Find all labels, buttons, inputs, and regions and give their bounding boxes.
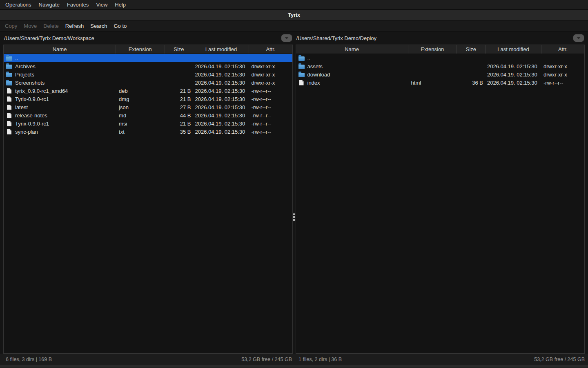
cell-modified: 2026.04.19. 02:15:30 — [193, 80, 249, 86]
file-name: Projects — [15, 72, 34, 78]
file-name: Tyrix-0.9.0-rc1 — [15, 96, 49, 102]
file-row[interactable]: latestjson27 B2026.04.19. 02:15:30-rw-r-… — [4, 103, 292, 111]
column-header-attr[interactable]: Attr. — [249, 45, 292, 54]
column-header-size[interactable]: Size — [165, 45, 193, 54]
cell-attr: -rw-r--r-- — [249, 104, 292, 110]
file-icon — [299, 80, 304, 85]
path-bar-left: /Users/Shared/Tyrix Demo/Workspace — [3, 31, 293, 45]
column-header-row: NameExtensionSizeLast modifiedAttr. — [296, 45, 585, 54]
cell-modified: 2026.04.19. 02:15:30 — [193, 96, 249, 102]
menu-bar: Operations Navigate Favorites View Help — [0, 0, 588, 10]
file-name: .. — [15, 55, 18, 61]
file-row[interactable]: .. — [296, 54, 585, 62]
file-icon — [7, 96, 11, 102]
file-row[interactable]: assets2026.04.19. 02:15:30drwxr-xr-x — [296, 62, 585, 70]
column-header-name[interactable]: Name — [4, 45, 116, 54]
cell-modified: 2026.04.19. 02:15:30 — [193, 112, 249, 119]
pane-splitter[interactable] — [293, 31, 296, 354]
cell-name: .. — [4, 55, 116, 61]
file-name: release-notes — [15, 112, 47, 119]
menu-item-view[interactable]: View — [92, 0, 111, 9]
file-list-panel: NameExtensionSizeLast modifiedAttr. ..as… — [296, 45, 585, 354]
path-history-dropdown-button[interactable] — [573, 34, 584, 42]
cell-ext: msi — [116, 121, 164, 127]
folder-icon — [298, 73, 305, 77]
toolbar-copy-button[interactable]: Copy — [2, 23, 20, 29]
title-bar: Tyrix — [0, 10, 588, 20]
cell-name: latest — [4, 104, 116, 110]
toolbar-refresh-button[interactable]: Refresh — [62, 23, 87, 29]
cell-ext: dmg — [116, 96, 164, 102]
menu-item-favorites[interactable]: Favorites — [63, 0, 92, 9]
file-row[interactable]: Tyrix-0.9.0-rc1dmg21 B2026.04.19. 02:15:… — [4, 95, 292, 103]
path-bar-right: /Users/Shared/Tyrix Demo/Deploy — [296, 31, 585, 45]
cell-name: index — [296, 80, 408, 86]
column-header-ext[interactable]: Extension — [408, 45, 457, 54]
folder-icon — [6, 56, 12, 61]
cell-attr: drwxr-xr-x — [541, 63, 584, 70]
cell-modified: 2026.04.19. 02:15:30 — [485, 80, 541, 86]
file-name: Tyrix-0.9.0-rc1 — [15, 121, 49, 127]
current-path: /Users/Shared/Tyrix Demo/Workspace — [4, 35, 281, 41]
status-right-pane: 1 files, 2 dirs | 36 B 53,2 GB free / 24… — [295, 354, 588, 365]
path-history-dropdown-button[interactable] — [281, 34, 292, 42]
file-row[interactable]: sync-plantxt35 B2026.04.19. 02:15:30-rw-… — [4, 128, 292, 136]
cell-modified: 2026.04.19. 02:15:30 — [193, 129, 249, 135]
cell-name: Tyrix-0.9.0-rc1 — [4, 96, 116, 102]
file-name: tyrix_0.9.0-rc1_amd64 — [15, 88, 68, 94]
current-path: /Users/Shared/Tyrix Demo/Deploy — [296, 35, 574, 41]
bottom-bar — [0, 365, 588, 368]
file-row[interactable]: Archives2026.04.19. 02:15:30drwxr-xr-x — [4, 62, 292, 70]
cell-attr: -rw-r--r-- — [249, 129, 292, 135]
cell-name: assets — [296, 63, 408, 70]
cell-ext: txt — [116, 129, 164, 135]
file-icon — [7, 113, 11, 118]
toolbar-search-button[interactable]: Search — [87, 23, 110, 29]
toolbar-move-button[interactable]: Move — [20, 23, 40, 29]
column-header-modified[interactable]: Last modified — [193, 45, 249, 54]
menu-item-navigate[interactable]: Navigate — [35, 0, 63, 9]
cell-attr: -rw-r--r-- — [249, 112, 292, 119]
column-header-ext[interactable]: Extension — [116, 45, 164, 54]
cell-modified: 2026.04.19. 02:15:30 — [193, 63, 249, 70]
status-left-pane: 6 files, 3 dirs | 169 B 53,2 GB free / 2… — [0, 354, 295, 365]
menu-item-operations[interactable]: Operations — [2, 0, 35, 9]
column-header-name[interactable]: Name — [296, 45, 408, 54]
cell-attr: drwxr-xr-x — [249, 80, 292, 86]
file-row[interactable]: tyrix_0.9.0-rc1_amd64deb21 B2026.04.19. … — [4, 87, 292, 95]
cell-modified: 2026.04.19. 02:15:30 — [485, 72, 541, 78]
column-header-modified[interactable]: Last modified — [485, 45, 541, 54]
folder-icon — [6, 65, 12, 69]
cell-modified: 2026.04.19. 02:15:30 — [193, 104, 249, 110]
file-icon — [7, 121, 11, 126]
menu-item-help[interactable]: Help — [111, 0, 129, 9]
column-header-attr[interactable]: Attr. — [541, 45, 584, 54]
toolbar: Copy Move Delete Refresh Search Go to — [0, 20, 588, 31]
file-row[interactable]: release-notesmd44 B2026.04.19. 02:15:30-… — [4, 111, 292, 119]
file-row[interactable]: .. — [4, 54, 292, 62]
cell-size: 44 B — [165, 112, 193, 119]
cell-attr: drwxr-xr-x — [249, 63, 292, 70]
file-row[interactable]: Projects2026.04.19. 02:15:30drwxr-xr-x — [4, 70, 292, 79]
file-name: .. — [307, 55, 310, 61]
dual-pane-area: /Users/Shared/Tyrix Demo/Workspace NameE… — [0, 31, 588, 354]
file-name: index — [307, 80, 320, 86]
cell-name: Tyrix-0.9.0-rc1 — [4, 121, 116, 127]
cell-size: 21 B — [165, 96, 193, 102]
column-header-size[interactable]: Size — [457, 45, 485, 54]
file-icon — [7, 105, 11, 110]
status-counts: 6 files, 3 dirs | 169 B — [6, 357, 52, 362]
toolbar-delete-button[interactable]: Delete — [40, 23, 62, 29]
file-row[interactable]: Tyrix-0.9.0-rc1msi21 B2026.04.19. 02:15:… — [4, 119, 292, 128]
file-row[interactable]: Screenshots2026.04.19. 02:15:30drwxr-xr-… — [4, 79, 292, 87]
file-pane-left: /Users/Shared/Tyrix Demo/Workspace NameE… — [3, 31, 293, 354]
file-row[interactable]: download2026.04.19. 02:15:30drwxr-xr-x — [296, 70, 585, 79]
splitter-grip-icon — [293, 213, 295, 221]
file-row[interactable]: indexhtml36 B2026.04.19. 02:15:30-rw-r--… — [296, 79, 585, 87]
cell-ext: deb — [116, 88, 164, 94]
status-bar: 6 files, 3 dirs | 169 B 53,2 GB free / 2… — [0, 354, 588, 365]
cell-name: Archives — [4, 63, 116, 70]
cell-size: 21 B — [165, 121, 193, 127]
cell-attr: drwxr-xr-x — [541, 72, 584, 78]
toolbar-goto-button[interactable]: Go to — [110, 23, 130, 29]
